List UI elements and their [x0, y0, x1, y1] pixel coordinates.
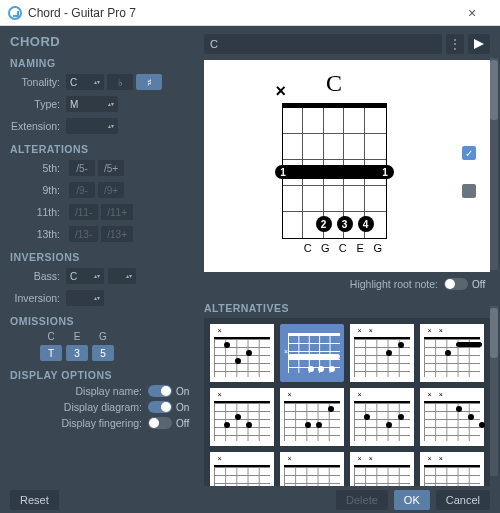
display-name-toggle[interactable] [148, 385, 172, 397]
bass-label: Bass: [10, 270, 66, 282]
highlight-label: Highlight root note: [350, 278, 438, 290]
alt5-plus[interactable]: /5+ [98, 160, 124, 176]
mute-icon: × [276, 81, 287, 102]
alternatives-panel: × × ×× ×× × × × ×× × × ×× ×× [204, 318, 490, 486]
naming-header: NAMING [10, 57, 194, 69]
extension-label: Extension: [10, 120, 66, 132]
alt-chord-4[interactable]: ×× [420, 324, 484, 382]
display-name-state: On [176, 386, 194, 397]
close-icon[interactable]: × [452, 5, 492, 21]
chord-diagram: C × 11 2 3 4 CGCEG [204, 60, 490, 272]
display-header: DISPLAY OPTIONS [10, 369, 194, 381]
alt-chord-2[interactable]: × [280, 324, 344, 382]
alt-chord-10[interactable]: × [280, 452, 344, 486]
omissions-header: OMISSIONS [10, 315, 194, 327]
barre-indicator: 11 [275, 165, 394, 179]
display-fingering-state: Off [176, 418, 194, 429]
finger-dot-2: 2 [316, 216, 332, 232]
alt-chord-8[interactable]: ×× [420, 388, 484, 446]
alt5-minus[interactable]: /5- [69, 160, 95, 176]
alt13-label: 13th: [10, 228, 66, 240]
titlebar: Chord - Guitar Pro 7 × [0, 0, 500, 26]
display-diagram-label: Display diagram: [64, 401, 142, 413]
extension-select[interactable]: ▴▾ [66, 118, 118, 134]
bass-acc-select[interactable]: ▴▾ [108, 268, 136, 284]
display-fingering-toggle[interactable] [148, 417, 172, 429]
inversions-header: INVERSIONS [10, 251, 194, 263]
alt11-minus[interactable]: /11- [69, 204, 98, 220]
alt11-plus[interactable]: /11+ [101, 204, 133, 220]
tonality-select[interactable]: C▴▾ [66, 74, 104, 90]
display-diagram-state: On [176, 402, 194, 413]
omissions-row: CT E3 G5 [40, 331, 194, 361]
alt-chord-6[interactable]: × [280, 388, 344, 446]
app-icon [8, 6, 22, 20]
footer: Reset Delete OK Cancel [0, 486, 500, 513]
alt9-plus[interactable]: /9+ [98, 182, 124, 198]
diagram-chord-name: C [326, 70, 342, 97]
svg-marker-0 [474, 39, 484, 49]
highlight-state: Off [472, 279, 490, 290]
tonality-label: Tonality: [10, 76, 66, 88]
reset-button[interactable]: Reset [10, 490, 59, 510]
alternatives-header: ALTERNATIVES [204, 302, 490, 314]
diagram-scrollbar[interactable] [490, 58, 498, 270]
alt-chord-3[interactable]: ×× [350, 324, 414, 382]
flat-button[interactable]: ♭ [107, 74, 133, 90]
alt13-plus[interactable]: /13+ [101, 226, 133, 242]
display-name-label: Display name: [75, 385, 142, 397]
alt-chord-1[interactable]: × [210, 324, 274, 382]
om-5-button[interactable]: 5 [92, 345, 114, 361]
om-3-button[interactable]: 3 [66, 345, 88, 361]
alt-chord-12[interactable]: ×× [420, 452, 484, 486]
alt5-label: 5th: [10, 162, 66, 174]
bass-select[interactable]: C▴▾ [66, 268, 104, 284]
left-panel: CHORD NAMING Tonality: C▴▾ ♭ ♯ Type: M▴▾… [0, 26, 204, 486]
display-fingering-label: Display fingering: [61, 417, 142, 429]
window-title: Chord - Guitar Pro 7 [28, 6, 452, 20]
alterations-header: ALTERATIONS [10, 143, 194, 155]
display-diagram-toggle[interactable] [148, 401, 172, 413]
alt-chord-11[interactable]: ×× [350, 452, 414, 486]
alternatives-scrollbar[interactable] [490, 306, 498, 476]
diagram-check-1[interactable]: ✓ [462, 146, 476, 160]
om-c-label: C [47, 331, 54, 345]
chord-name-input[interactable]: C [204, 34, 442, 54]
alt-chord-9[interactable]: × [210, 452, 274, 486]
sharp-button[interactable]: ♯ [136, 74, 162, 90]
finger-dot-4: 4 [358, 216, 374, 232]
more-button[interactable]: ⋮ [446, 34, 464, 54]
om-e-label: E [74, 331, 81, 345]
om-t-button[interactable]: T [40, 345, 62, 361]
alt-chord-7[interactable]: × [350, 388, 414, 446]
ok-button[interactable]: OK [394, 490, 430, 510]
delete-button[interactable]: Delete [336, 490, 388, 510]
string-names: CGCEG [282, 242, 387, 254]
alt9-minus[interactable]: /9- [69, 182, 95, 198]
alt13-minus[interactable]: /13- [69, 226, 98, 242]
alt-chord-5[interactable]: × [210, 388, 274, 446]
inversion-select[interactable]: ▴▾ [66, 290, 104, 306]
diagram-check-2[interactable] [462, 184, 476, 198]
om-g-label: G [99, 331, 107, 345]
inversion-label: Inversion: [10, 292, 66, 304]
highlight-toggle[interactable] [444, 278, 468, 290]
type-label: Type: [10, 98, 66, 110]
cancel-button[interactable]: Cancel [436, 490, 490, 510]
alt11-label: 11th: [10, 206, 66, 218]
chord-header: CHORD [10, 34, 194, 49]
type-select[interactable]: M▴▾ [66, 96, 118, 112]
play-button[interactable] [468, 34, 490, 54]
alt9-label: 9th: [10, 184, 66, 196]
finger-dot-3: 3 [337, 216, 353, 232]
